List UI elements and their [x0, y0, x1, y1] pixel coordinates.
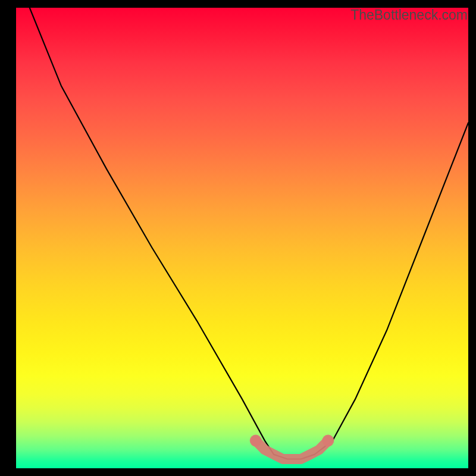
watermark-text: TheBottleneck.com — [350, 7, 468, 23]
chart-svg — [16, 8, 468, 468]
optimal-zone-marker — [250, 435, 334, 459]
chart-plot-area — [16, 8, 468, 468]
bottleneck-curve — [30, 8, 468, 459]
svg-point-0 — [250, 435, 262, 447]
svg-point-1 — [322, 435, 334, 447]
